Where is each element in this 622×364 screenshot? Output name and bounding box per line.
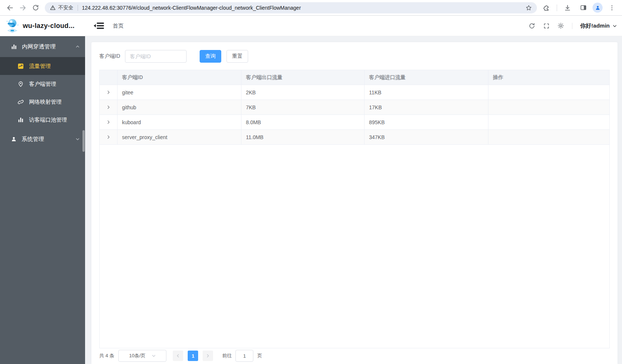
greeting-text: 你好!admin <box>580 22 610 29</box>
sidebar-group-system[interactable]: 系统管理 <box>0 129 85 150</box>
downloads-icon[interactable] <box>561 1 574 14</box>
cell-in-flow: 17KB <box>365 100 488 115</box>
client-id-label: 客户端ID <box>99 53 120 60</box>
sidebar-fold-icon[interactable] <box>93 21 104 30</box>
theme-sun-icon[interactable] <box>557 22 564 29</box>
sidebar-item-label: 访客端口池管理 <box>29 116 67 123</box>
filter-bar: 客户端ID 查询 重置 <box>99 50 610 63</box>
user-icon <box>595 5 601 11</box>
table-row: github 7KB 17KB <box>100 100 609 115</box>
chevron-down-icon <box>75 137 80 141</box>
profile-avatar[interactable] <box>593 3 603 13</box>
column-header-actions: 操作 <box>488 70 609 85</box>
sidebar-group-label: 内网穿透管理 <box>22 43 71 50</box>
sidebar-scrollbar-thumb[interactable] <box>82 130 85 152</box>
app-title: wu-lazy-cloud... <box>23 22 75 30</box>
user-menu[interactable]: 你好!admin <box>580 22 617 29</box>
cell-in-flow: 347KB <box>365 130 488 145</box>
logo-area: wu-lazy-cloud... <box>0 18 85 33</box>
sidebar: 内网穿透管理 流量管理 客户端管理 网络映射管理 访客端口池管理 系统管理 <box>0 36 85 364</box>
cell-out-flow: 11.0MB <box>241 130 365 145</box>
toolbar-separator <box>557 4 557 11</box>
row-expand-icon[interactable] <box>100 85 118 100</box>
header-actions: 你好!admin <box>528 22 622 29</box>
reload-icon[interactable] <box>29 1 42 14</box>
row-expand-icon[interactable] <box>100 100 118 115</box>
chevron-down-icon <box>612 23 617 28</box>
cell-actions <box>488 130 609 145</box>
cell-client-id: gitee <box>118 85 241 100</box>
sidebar-item-flow-management[interactable]: 流量管理 <box>0 57 85 75</box>
user-icon <box>11 136 17 142</box>
next-page-button[interactable] <box>203 351 213 361</box>
security-chip[interactable]: 不安全 <box>50 4 74 11</box>
table-header-row: 客户端ID 客户端出口流量 客户端进口流量 操作 <box>100 70 609 85</box>
sidebar-item-label: 流量管理 <box>29 63 51 70</box>
table-row: gitee 2KB 11KB <box>100 85 609 100</box>
browser-menu-icon[interactable] <box>606 1 618 14</box>
browser-toolbar: 不安全 124.222.48.62:30776/#/cloud_network-… <box>0 0 622 16</box>
forward-icon[interactable] <box>16 1 29 14</box>
cell-in-flow: 11KB <box>365 85 488 100</box>
table-row: server_proxy_client 11.0MB 347KB <box>100 130 609 145</box>
prev-page-button[interactable] <box>173 351 183 361</box>
query-button[interactable]: 查询 <box>200 50 221 63</box>
row-expand-icon[interactable] <box>100 115 118 130</box>
page-size-select[interactable]: 10条/页 <box>118 350 166 362</box>
breadcrumb[interactable]: 首页 <box>113 22 124 29</box>
bar-chart-icon <box>11 44 17 50</box>
cell-client-id: kuboard <box>118 115 241 130</box>
sidebar-item-network-mapping[interactable]: 网络映射管理 <box>0 93 85 111</box>
pagination: 共 4 条 10条/页 1 前往 页 <box>99 350 262 362</box>
cell-in-flow: 895KB <box>365 115 488 130</box>
sidebar-group-intranet[interactable]: 内网穿透管理 <box>0 36 85 57</box>
extensions-icon[interactable] <box>540 1 553 14</box>
cell-out-flow: 2KB <box>241 85 365 100</box>
pagination-total: 共 4 条 <box>99 352 114 359</box>
page-unit-label: 页 <box>257 352 262 359</box>
chevron-left-icon <box>176 354 180 358</box>
sidebar-item-visitor-port-pool[interactable]: 访客端口池管理 <box>0 111 85 129</box>
location-pin-icon <box>18 81 24 87</box>
cell-actions <box>488 85 609 100</box>
client-id-input[interactable] <box>125 50 187 63</box>
app-logo <box>6 18 19 33</box>
bar-chart-icon <box>18 117 24 123</box>
column-header-out-flow: 客户端出口流量 <box>241 70 365 85</box>
page-number-button[interactable]: 1 <box>188 351 198 361</box>
bookmark-star-icon[interactable] <box>523 3 534 13</box>
sidebar-item-client-management[interactable]: 客户端管理 <box>0 75 85 93</box>
chevron-right-icon <box>206 354 210 358</box>
url-text: 124.222.48.62:30776/#/cloud_network-Clie… <box>82 5 524 11</box>
main-content: 客户端ID 查询 重置 客户端ID 客户端出口流量 客户端进口流量 操作 <box>85 36 622 364</box>
cell-actions <box>488 115 609 130</box>
refresh-icon[interactable] <box>528 22 535 29</box>
goto-label: 前往 <box>222 352 232 359</box>
fullscreen-icon[interactable] <box>543 23 550 29</box>
security-label: 不安全 <box>58 4 74 11</box>
reset-button[interactable]: 重置 <box>226 50 248 63</box>
page-size-value: 10条/页 <box>129 352 146 359</box>
cell-out-flow: 8.0MB <box>241 115 365 130</box>
row-expand-icon[interactable] <box>100 130 118 145</box>
link-icon <box>18 99 24 105</box>
expand-column-header <box>100 70 118 85</box>
sidebar-group-label: 系统管理 <box>22 136 71 143</box>
cell-out-flow: 7KB <box>241 100 365 115</box>
chevron-down-icon <box>151 354 156 358</box>
header-separator <box>572 23 572 29</box>
content-card: 客户端ID 查询 重置 客户端ID 客户端出口流量 客户端进口流量 操作 <box>91 42 618 364</box>
address-bar[interactable]: 不安全 124.222.48.62:30776/#/cloud_network-… <box>45 2 537 13</box>
warning-triangle-icon <box>50 5 56 10</box>
back-icon[interactable] <box>4 1 16 14</box>
column-header-in-flow: 客户端进口流量 <box>365 70 488 85</box>
app-header: wu-lazy-cloud... 首页 你好!admin <box>0 16 622 36</box>
side-panel-icon[interactable] <box>577 1 590 14</box>
sidebar-item-label: 客户端管理 <box>29 81 56 88</box>
table-row: kuboard 8.0MB 895KB <box>100 115 609 130</box>
omnibox-separator <box>78 5 78 11</box>
goto-page-input[interactable] <box>235 350 253 362</box>
screen: 不安全 124.222.48.62:30776/#/cloud_network-… <box>0 0 622 364</box>
cell-actions <box>488 100 609 115</box>
flow-table: 客户端ID 客户端出口流量 客户端进口流量 操作 gitee 2KB 11KB <box>99 70 610 348</box>
